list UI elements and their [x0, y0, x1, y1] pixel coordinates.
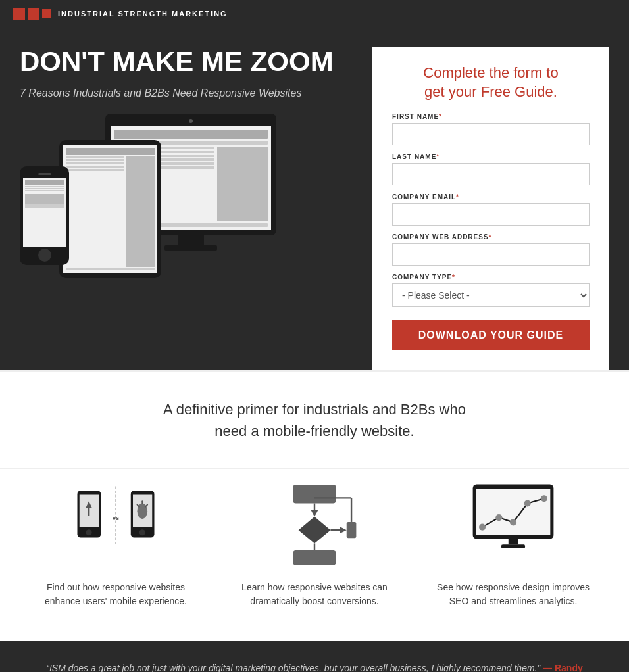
logo-square-3 [42, 9, 51, 18]
first-name-label: FIRST NAME* [392, 113, 590, 120]
first-name-input[interactable] [392, 123, 590, 145]
svg-marker-18 [340, 527, 347, 533]
email-label: COMPANY EMAIL* [392, 193, 590, 201]
testimonial-section: “ISM does a great job not just with your… [0, 641, 629, 672]
feature-item-2: Learn how responsive websites can dramat… [229, 482, 400, 608]
form-heading: Complete the form toget your Free Guide. [392, 64, 590, 101]
features-section: vs Find out how responsive websites enha… [0, 468, 629, 641]
last-name-group: LAST NAME* [392, 153, 590, 185]
logo-squares [13, 8, 51, 20]
analytics-icon [470, 482, 556, 567]
last-name-label: LAST NAME* [392, 153, 590, 160]
feature-text-3: See how responsive design improves SEO a… [428, 581, 599, 608]
web-address-label: COMPANY WEB ADDRESS* [392, 233, 590, 241]
svg-point-30 [495, 514, 502, 521]
mid-tagline: A definitive primer for industrials and … [150, 398, 479, 442]
phone-vs-icon: vs [73, 482, 159, 567]
svg-point-8 [139, 529, 145, 535]
brand-name: INDUSTRIAL STRENGTH MARKETING [58, 10, 228, 18]
svg-point-31 [510, 519, 516, 526]
flowchart-icon [272, 482, 357, 567]
feature-item-3: See how responsive design improves SEO a… [428, 482, 599, 608]
feature-text-2: Learn how responsive websites can dramat… [229, 581, 400, 608]
company-type-label: COMPANY TYPE* [392, 274, 590, 281]
form-panel: Complete the form toget your Free Guide.… [372, 47, 609, 370]
testimonial-text: “ISM does a great job not just with your… [39, 661, 590, 672]
logo-square-1 [13, 8, 25, 20]
last-name-input[interactable] [392, 163, 590, 185]
first-name-group: FIRST NAME* [392, 113, 590, 145]
web-address-input[interactable] [392, 243, 590, 266]
svg-rect-28 [501, 545, 525, 549]
svg-rect-24 [293, 550, 336, 565]
company-type-group: COMPANY TYPE* - Please Select - Manufact… [392, 274, 590, 307]
svg-point-2 [86, 529, 92, 535]
feature-text-1: Find out how responsive websites enhance… [30, 581, 201, 608]
company-type-select[interactable]: - Please Select - Manufacturer Distribut… [392, 283, 590, 307]
email-input[interactable] [392, 203, 590, 226]
svg-point-33 [541, 495, 547, 502]
email-group: COMPANY EMAIL* [392, 193, 590, 226]
feature-item-1: vs Find out how responsive websites enha… [30, 482, 201, 608]
web-address-group: COMPANY WEB ADDRESS* [392, 233, 590, 266]
logo-square-2 [28, 8, 39, 20]
page-title: DON'T MAKE ME ZOOM [20, 47, 353, 76]
devices-illustration [20, 114, 276, 318]
mid-section: A definitive primer for industrials and … [0, 370, 629, 468]
svg-point-32 [524, 500, 531, 507]
svg-marker-15 [311, 510, 318, 517]
site-header: INDUSTRIAL STRENGTH MARKETING [0, 0, 629, 28]
tablet-icon [59, 140, 161, 278]
hero-left: DON'T MAKE ME ZOOM 7 Reasons Industrials… [20, 47, 353, 331]
svg-rect-26 [476, 489, 551, 535]
svg-text:vs: vs [113, 516, 119, 522]
phone-icon [20, 166, 69, 265]
svg-rect-27 [509, 539, 518, 545]
download-button[interactable]: DOWNLOAD YOUR GUIDE [392, 320, 590, 350]
svg-rect-13 [293, 485, 336, 503]
hero-section: DON'T MAKE ME ZOOM 7 Reasons Industrials… [0, 28, 629, 370]
svg-point-29 [479, 524, 486, 531]
hero-subtitle: 7 Reasons Industrials and B2Bs Need Resp… [20, 86, 353, 101]
svg-marker-16 [299, 517, 331, 544]
svg-rect-19 [347, 522, 357, 538]
